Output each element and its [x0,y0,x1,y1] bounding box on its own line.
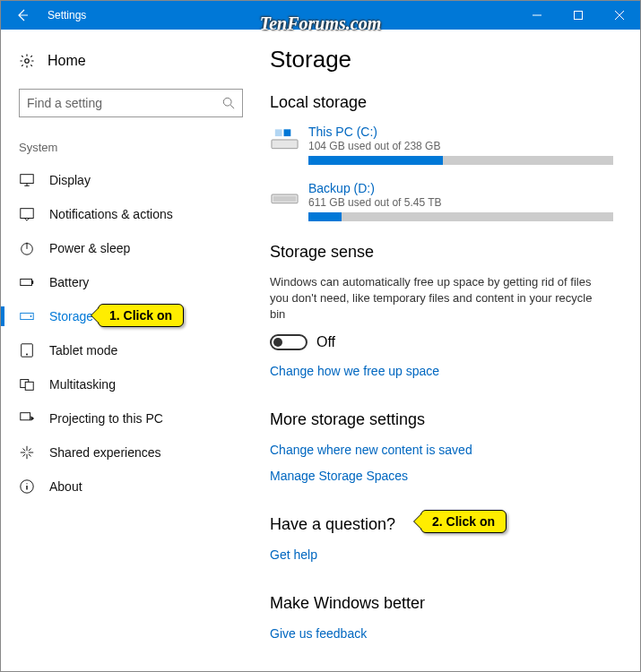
disk-sub: 104 GB used out of 238 GB [308,140,613,152]
home-label: Home [48,53,86,69]
storage-sense-heading: Storage sense [270,243,613,262]
projecting-icon [19,410,35,426]
feedback-heading: Make Windows better [270,594,613,613]
sidebar-item-shared[interactable]: Shared experiences [1,435,261,470]
sidebar-item-notifications[interactable]: Notifications & actions [1,197,261,231]
search-placeholder: Find a setting [27,96,222,110]
usage-bar [308,212,613,221]
nav-label: Tablet mode [49,343,117,358]
disk-row-d[interactable]: Backup (D:) 611 GB used out of 5.45 TB [270,181,613,221]
nav-label: Projecting to this PC [49,411,163,426]
svg-rect-4 [21,209,33,219]
minimize-button[interactable] [516,1,558,30]
svg-point-2 [223,98,231,106]
group-label: System [1,135,261,163]
svg-rect-16 [272,140,298,149]
gear-icon [19,53,35,69]
close-button[interactable] [599,1,640,30]
disk-row-c[interactable]: This PC (C:) 104 GB used out of 238 GB [270,125,613,165]
sidebar-item-display[interactable]: Display [1,163,261,197]
svg-rect-7 [31,280,33,284]
callout-1: 1. Click on [98,304,184,327]
nav-label: Display [49,173,91,187]
power-icon [19,240,35,256]
feedback-link[interactable]: Give us feedback [270,626,367,641]
home-button[interactable]: Home [1,46,261,76]
callout-2: 2. Click on [420,510,507,533]
titlebar: Settings [1,1,640,30]
svg-rect-6 [21,279,32,285]
notifications-icon [19,206,35,222]
svg-rect-0 [575,12,583,20]
minimize-icon [533,11,541,20]
svg-point-1 [25,59,30,64]
disk-icon [270,127,299,151]
nav-label: Battery [49,275,89,289]
local-storage-heading: Local storage [270,93,613,112]
sidebar-item-tablet[interactable]: Tablet mode [1,333,261,367]
nav-label: Shared experiences [49,445,161,460]
arrow-left-icon [15,8,30,22]
usage-bar [308,156,613,165]
disk-icon [270,184,299,207]
search-icon [222,97,235,109]
disk-title: This PC (C:) [308,125,613,139]
maximize-icon [574,11,583,20]
sidebar-item-about[interactable]: About [1,470,261,504]
battery-icon [19,274,35,290]
sidebar-item-multitasking[interactable]: Multitasking [1,367,261,401]
sidebar: Home Find a setting System Display Notif… [1,30,261,671]
nav-label: Notifications & actions [49,207,173,221]
maximize-button[interactable] [558,1,599,30]
svg-rect-18 [284,129,291,136]
monitor-icon [19,172,35,188]
disk-sub: 611 GB used out of 5.45 TB [308,196,613,209]
search-input[interactable]: Find a setting [19,89,243,117]
sidebar-item-power[interactable]: Power & sleep [1,231,261,265]
svg-rect-3 [21,175,33,184]
svg-rect-14 [21,413,30,420]
disk-title: Backup (D:) [308,181,613,195]
page-title: Storage [270,46,613,73]
main-panel: Storage Local storage This PC (C:) 104 G… [261,30,640,671]
svg-point-9 [30,315,32,317]
info-icon [19,478,35,495]
storage-icon [19,308,35,324]
svg-rect-13 [25,382,33,390]
svg-point-11 [26,354,28,356]
nav-label: About [49,479,82,494]
tablet-icon [19,342,35,358]
sidebar-item-battery[interactable]: Battery [1,265,261,299]
change-save-location-link[interactable]: Change where new content is saved [270,443,472,457]
change-free-up-link[interactable]: Change how we free up space [270,364,439,378]
manage-storage-spaces-link[interactable]: Manage Storage Spaces [270,469,408,483]
storage-sense-desc: Windows can automatically free up space … [270,274,602,323]
shared-icon [19,444,35,461]
nav-label: Multitasking [49,377,116,392]
back-button[interactable] [1,1,44,30]
storage-sense-toggle[interactable] [270,334,308,350]
svg-rect-20 [273,196,296,202]
more-settings-heading: More storage settings [270,410,613,429]
toggle-label: Off [316,334,335,350]
sidebar-item-projecting[interactable]: Projecting to this PC [1,401,261,435]
get-help-link[interactable]: Get help [270,547,317,562]
nav-label: Power & sleep [49,241,130,255]
multitasking-icon [19,376,35,392]
window-title: Settings [44,9,86,22]
close-icon [615,11,624,20]
svg-rect-17 [275,129,282,136]
